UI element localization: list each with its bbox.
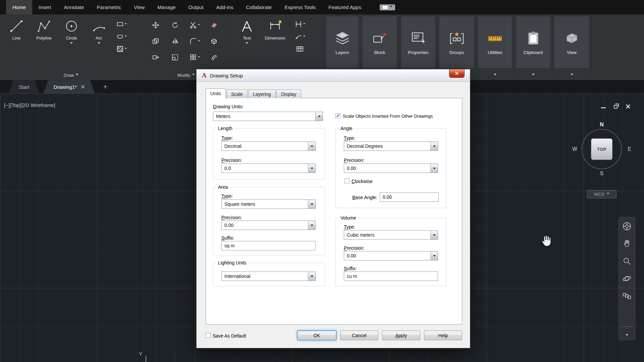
copy-tool-button[interactable]: [148, 36, 163, 46]
help-button[interactable]: Help: [424, 330, 462, 340]
ok-button[interactable]: OK: [297, 330, 336, 340]
viewcube-west[interactable]: W: [572, 146, 577, 152]
clipboard-panel-footer[interactable]: [514, 70, 552, 80]
angle-precision-dropdown[interactable]: 0.00: [344, 164, 438, 173]
ribbon-tab-collaborate[interactable]: Collaborate: [239, 0, 278, 14]
pan-icon[interactable]: [622, 239, 632, 249]
viewcube[interactable]: TOP N S W E: [572, 120, 631, 179]
tab-units[interactable]: Units: [206, 88, 226, 98]
wcs-dropdown[interactable]: WCS: [587, 190, 616, 198]
tab-scale[interactable]: Scale: [226, 89, 248, 98]
block-button[interactable]: Block: [363, 16, 397, 68]
cancel-button[interactable]: Cancel: [340, 330, 378, 340]
length-precision-dropdown[interactable]: 0.0: [221, 164, 316, 173]
length-type-dropdown[interactable]: Decimal: [221, 141, 316, 151]
ribbon-tab-home[interactable]: Home: [6, 0, 32, 14]
close-icon[interactable]: [626, 104, 631, 109]
chevron-down-icon[interactable]: [626, 334, 628, 337]
line-tool-button[interactable]: Line: [3, 15, 30, 70]
dimension-tool-button[interactable]: Dimension: [259, 15, 291, 70]
clipboard-button[interactable]: Clipboard: [516, 16, 550, 68]
tab-display[interactable]: Display: [276, 89, 301, 98]
chevron-down-icon[interactable]: [246, 42, 248, 45]
tab-layering[interactable]: Layering: [248, 89, 276, 98]
orbit-icon[interactable]: [622, 274, 632, 284]
tab-start[interactable]: Start: [9, 80, 40, 94]
layers-button[interactable]: Layers: [326, 16, 358, 68]
dialog-close-button[interactable]: [449, 69, 465, 78]
rotate-tool-button[interactable]: [168, 20, 182, 30]
ribbon-tab-output[interactable]: Output: [182, 0, 210, 14]
polyline-tool-button[interactable]: Polyline: [30, 15, 58, 70]
utilities-button[interactable]: Utilities: [478, 16, 512, 68]
move-tool-button[interactable]: [148, 20, 163, 30]
area-type-dropdown[interactable]: Square meters: [221, 199, 316, 209]
mirror-tool-button[interactable]: [168, 36, 182, 46]
view-button[interactable]: View: [554, 16, 589, 68]
drawing-units-dropdown[interactable]: Meters: [213, 112, 323, 121]
array-tool-button[interactable]: [187, 52, 202, 62]
viewport-visual-style-control[interactable]: [2D Wireframe]: [21, 102, 55, 108]
chevron-down-icon[interactable]: [98, 42, 100, 45]
show-motion-icon[interactable]: [622, 291, 632, 301]
table-button[interactable]: [292, 44, 307, 54]
steering-wheel-icon[interactable]: [622, 221, 632, 231]
tab-drawing1[interactable]: Drawing1*: [44, 80, 95, 94]
zoom-icon[interactable]: [622, 256, 632, 266]
ellipse-tool-button[interactable]: [114, 32, 129, 42]
viewport-minimize-control[interactable]: [−]: [4, 102, 10, 108]
circle-tool-button[interactable]: Circle: [58, 15, 85, 70]
ribbon-options-button[interactable]: [380, 4, 395, 10]
viewcube-east[interactable]: E: [628, 146, 631, 152]
volume-precision-dropdown[interactable]: 0.00: [344, 251, 438, 260]
area-precision-dropdown[interactable]: 0.00: [221, 221, 316, 230]
properties-button[interactable]: Properties: [401, 16, 435, 68]
clockwise-checkbox[interactable]: [344, 178, 350, 183]
trim-tool-button[interactable]: [187, 20, 202, 30]
viewcube-south[interactable]: S: [600, 171, 604, 177]
fillet-icon: [190, 38, 197, 45]
volume-suffix-input[interactable]: [344, 272, 438, 281]
apply-button[interactable]: Apply: [382, 330, 420, 340]
text-tool-button[interactable]: Text: [235, 15, 259, 70]
draw-panel-footer[interactable]: Draw: [0, 70, 142, 80]
stretch-tool-button[interactable]: [148, 52, 163, 62]
arc-tool-button[interactable]: Arc: [85, 15, 113, 70]
viewcube-top-face[interactable]: TOP: [591, 138, 612, 160]
ribbon-tab-insert[interactable]: Insert: [32, 0, 58, 14]
restore-icon[interactable]: [614, 105, 618, 109]
volume-type-dropdown[interactable]: Cubic meters: [344, 230, 438, 240]
angle-type-dropdown[interactable]: Decimal Degrees: [344, 141, 438, 151]
chevron-down-icon[interactable]: [70, 42, 73, 45]
fillet-tool-button[interactable]: [187, 36, 202, 46]
scale-tool-button[interactable]: [168, 52, 182, 62]
ribbon-tab-express-tools[interactable]: Express Tools: [278, 0, 322, 14]
viewport-view-control[interactable]: [Top]: [10, 102, 21, 108]
ribbon-tab-featured-apps[interactable]: Featured Apps: [322, 0, 368, 14]
utilities-panel-footer[interactable]: [476, 70, 514, 80]
hatch-tool-button[interactable]: [114, 44, 129, 54]
offset-tool-button[interactable]: [207, 52, 221, 62]
save-as-default-checkbox[interactable]: [206, 333, 211, 338]
lighting-units-dropdown[interactable]: International: [221, 272, 316, 281]
ribbon-tab-addins[interactable]: Add-ins: [210, 0, 240, 14]
new-tab-button[interactable]: +: [101, 82, 110, 91]
scale-objects-checkbox[interactable]: [335, 113, 340, 118]
dialog-titlebar[interactable]: A Drawing Setup: [197, 69, 470, 82]
view-panel-footer[interactable]: [552, 70, 591, 80]
leader-button[interactable]: [292, 32, 307, 42]
groups-button[interactable]: Groups: [439, 16, 474, 68]
ribbon-tab-view[interactable]: View: [127, 0, 151, 14]
explode-tool-button[interactable]: [207, 36, 221, 46]
base-angle-input[interactable]: [380, 192, 439, 202]
linear-dimension-button[interactable]: [292, 19, 307, 29]
ribbon-tab-parametric[interactable]: Parametric: [91, 0, 128, 14]
erase-tool-button[interactable]: [207, 20, 221, 30]
ribbon-tab-manage[interactable]: Manage: [151, 0, 182, 14]
minimize-icon[interactable]: [601, 107, 606, 108]
close-tab-icon[interactable]: [81, 85, 85, 89]
viewcube-north[interactable]: N: [600, 122, 604, 128]
ribbon-tab-annotate[interactable]: Annotate: [58, 0, 91, 14]
area-suffix-input[interactable]: [221, 241, 316, 250]
rectangle-tool-button[interactable]: [114, 19, 129, 29]
